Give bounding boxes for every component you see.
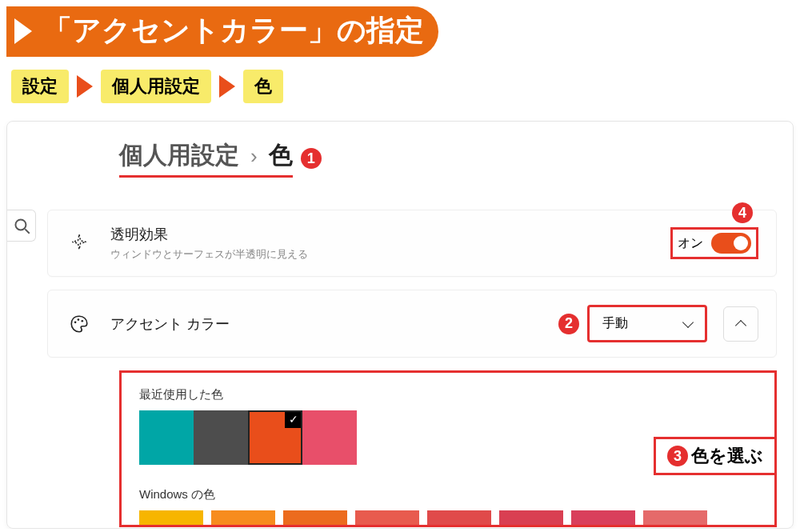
- callout-text: 色を選ぶ: [691, 444, 763, 468]
- windows-color-swatch[interactable]: [643, 510, 707, 525]
- windows-color-swatch[interactable]: [355, 510, 419, 525]
- toggle-state-label: オン: [678, 235, 703, 252]
- settings-content: 透明効果 ウィンドウとサーフェスが半透明に見える 4 オン: [47, 210, 777, 527]
- windows-color-swatch[interactable]: [211, 510, 275, 525]
- transparency-title: 透明効果: [110, 225, 670, 244]
- windows-swatches: [139, 510, 757, 525]
- transparency-row: 透明効果 ウィンドウとサーフェスが半透明に見える 4 オン: [47, 210, 777, 277]
- transparency-toggle-group: 4 オン: [670, 227, 758, 259]
- chip-personalization: 個人用設定: [101, 70, 211, 103]
- path-chips: 設定 個人用設定 色: [11, 70, 800, 103]
- search-icon: [11, 215, 32, 236]
- recent-color-swatch[interactable]: [194, 410, 248, 465]
- settings-window: 個人用設定 › 色 1 透明効果 ウィンドウとサーフェスが半透明に見える 4 オ…: [6, 121, 794, 529]
- chip-settings: 設定: [11, 70, 69, 103]
- palette-icon: [66, 314, 93, 334]
- windows-color-swatch[interactable]: [571, 510, 635, 525]
- breadcrumb-parent[interactable]: 個人用設定: [119, 139, 239, 172]
- sparkle-icon: [66, 233, 93, 254]
- recent-colors-label: 最近使用した色: [139, 387, 757, 402]
- chevron-up-icon: [735, 319, 746, 330]
- dropdown-value: 手動: [602, 315, 628, 332]
- check-icon: ✓: [285, 410, 302, 428]
- windows-colors-label: Windows の色: [139, 487, 757, 502]
- search-button[interactable]: [7, 210, 36, 242]
- chip-arrow-icon: [219, 75, 235, 98]
- svg-point-3: [78, 318, 80, 321]
- expand-section-button[interactable]: [723, 306, 758, 342]
- recent-color-swatch[interactable]: ✓: [248, 410, 302, 465]
- callout-badge-1: 1: [301, 148, 322, 169]
- svg-line-1: [25, 229, 29, 233]
- article-banner: 「アクセントカラー」の指定: [6, 6, 438, 57]
- windows-color-swatch[interactable]: [427, 510, 491, 525]
- banner-title: 「アクセントカラー」の指定: [43, 11, 424, 50]
- svg-point-2: [74, 321, 77, 323]
- chevron-down-icon: [682, 316, 694, 327]
- chip-arrow-icon: [77, 75, 93, 98]
- accent-title: アクセント カラー: [110, 314, 558, 334]
- windows-color-swatch[interactable]: [499, 510, 563, 525]
- callout-badge-2: 2: [558, 314, 579, 334]
- recent-color-swatch[interactable]: [139, 410, 194, 465]
- chip-colors: 色: [243, 70, 283, 103]
- svg-point-4: [81, 319, 83, 322]
- accent-color-row: アクセント カラー 2 手動: [47, 290, 777, 358]
- color-picker-panel: 最近使用した色 ✓ Windows の色 3 色を選ぶ: [119, 370, 777, 527]
- breadcrumb-separator-icon: ›: [250, 144, 258, 169]
- windows-color-swatch[interactable]: [139, 510, 203, 525]
- svg-point-0: [15, 219, 26, 230]
- transparency-toggle[interactable]: [711, 233, 751, 254]
- accent-mode-dropdown[interactable]: 手動: [587, 305, 707, 342]
- breadcrumb: 個人用設定 › 色: [119, 139, 293, 178]
- page-title: 色: [269, 139, 293, 172]
- callout-choose-color: 3 色を選ぶ: [654, 437, 777, 475]
- transparency-subtitle: ウィンドウとサーフェスが半透明に見える: [110, 247, 670, 262]
- play-triangle-icon: [14, 18, 32, 44]
- windows-color-swatch[interactable]: [283, 510, 347, 525]
- callout-badge-4: 4: [732, 202, 753, 223]
- recent-color-swatch[interactable]: [302, 410, 357, 465]
- toggle-knob: [734, 236, 748, 250]
- callout-badge-3: 3: [667, 446, 688, 466]
